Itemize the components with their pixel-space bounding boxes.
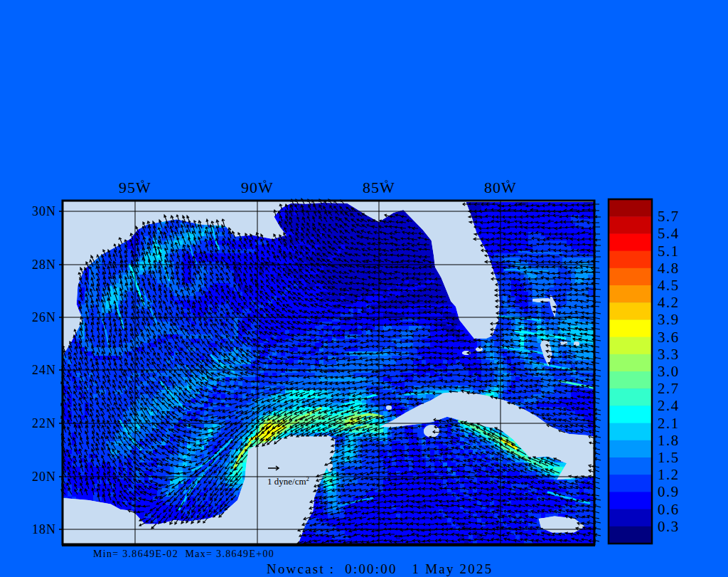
svg-text:20N: 20N	[32, 470, 56, 484]
svg-text:0.6: 0.6	[658, 501, 680, 518]
svg-text:3.6: 3.6	[658, 329, 680, 346]
svg-text:3.3: 3.3	[658, 346, 680, 363]
svg-text:80W: 80W	[484, 179, 517, 196]
svg-text:Min= 3.8649E-02 Max= 3.8649E+: Min= 3.8649E-02 Max= 3.8649E+00	[93, 549, 274, 559]
svg-text:1.8: 1.8	[658, 432, 680, 449]
svg-text:90W: 90W	[241, 179, 274, 196]
svg-text:24N: 24N	[32, 363, 56, 377]
svg-text:18N: 18N	[32, 522, 56, 536]
svg-text:2.7: 2.7	[658, 380, 680, 397]
svg-text:°: °	[263, 178, 267, 188]
svg-text:30N: 30N	[32, 204, 56, 218]
svg-text:4.8: 4.8	[658, 260, 680, 277]
svg-text:85W: 85W	[363, 179, 395, 196]
svg-text:2.1: 2.1	[658, 415, 680, 432]
svg-text:1 dyne/cm2: 1 dyne/cm2	[267, 475, 309, 487]
svg-text:5.4: 5.4	[658, 225, 680, 242]
svg-text:26N: 26N	[32, 310, 56, 324]
svg-text:3.9: 3.9	[658, 311, 680, 328]
svg-text:3.0: 3.0	[658, 363, 680, 380]
svg-text:1.5: 1.5	[658, 449, 680, 466]
svg-text:Nowcast : 0:00:00 1 May 202: Nowcast : 0:00:00 1 May 2025	[267, 561, 493, 576]
svg-text:5.7: 5.7	[658, 208, 680, 225]
svg-text:5.1: 5.1	[658, 243, 680, 260]
svg-text:0.3: 0.3	[658, 518, 680, 535]
svg-text:0.9: 0.9	[658, 483, 680, 500]
svg-text:28N: 28N	[32, 258, 56, 272]
svg-text:22N: 22N	[32, 416, 56, 430]
svg-text:1.2: 1.2	[658, 466, 680, 483]
svg-text:95W: 95W	[119, 179, 151, 196]
svg-text:°: °	[385, 178, 389, 188]
svg-text:2.4: 2.4	[658, 397, 680, 414]
svg-text:°: °	[506, 178, 510, 188]
svg-text:°: °	[141, 178, 145, 188]
svg-text:4.5: 4.5	[658, 277, 680, 294]
svg-text:4.2: 4.2	[658, 294, 680, 311]
